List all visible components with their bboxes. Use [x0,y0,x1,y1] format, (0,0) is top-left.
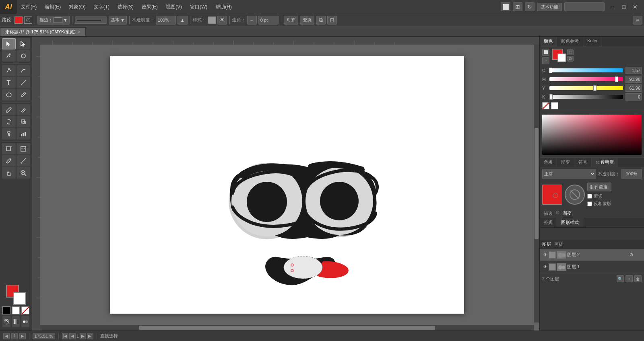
puppet-warp-tool[interactable] [2,128,16,140]
arrange-btn[interactable]: ⊞ [513,2,522,11]
slice-tool[interactable] [17,143,30,154]
corner-shape-btn[interactable]: ⌐ [247,16,257,25]
mask-circle-preview[interactable] [565,185,585,205]
y-value-input[interactable] [625,84,642,92]
none-swatch[interactable] [21,306,29,314]
y-slider-thumb[interactable] [593,85,597,91]
c-slider-thumb[interactable] [549,68,552,73]
layer1-lock[interactable] [636,264,642,270]
menu-effect[interactable]: 效果(E) [138,0,162,14]
color-mode-btn[interactable]: ⬜ [542,49,549,56]
hand-tool[interactable] [2,167,16,179]
prev-artboard-btn[interactable]: ◀ [3,333,10,339]
canvas-scrollbar-v[interactable] [534,45,539,323]
background-swatch[interactable] [13,292,26,305]
next-page-btn[interactable]: ▶| [87,333,93,339]
tab-gradient[interactable]: 渐变 [557,158,574,167]
scale-tool[interactable] [17,116,30,127]
tab-symbols[interactable]: 符号 [574,158,592,167]
minimize-btn[interactable]: ─ [607,1,618,12]
m-slider[interactable] [549,77,623,81]
canvas-scroll-thumb-h[interactable] [139,326,435,330]
m-slider-thumb[interactable] [615,76,618,82]
k-value-input[interactable] [625,93,642,101]
lasso-tool[interactable] [17,50,30,62]
make-mask-btn[interactable]: 制作蒙版 [587,183,611,191]
next-btn[interactable]: ▶ [80,333,86,339]
maximize-btn[interactable]: □ [618,1,630,12]
search-input[interactable] [564,2,605,11]
tab-kuler[interactable]: Kuler [583,37,602,46]
smooth-tool[interactable] [17,65,30,76]
eye-icon[interactable]: 👁 [217,16,227,25]
k-slider-thumb[interactable] [549,94,553,100]
layer-row-1[interactable]: 👁 图层 1 [540,261,644,273]
tab-color-guide[interactable]: 颜色参考 [557,37,583,46]
canvas-area[interactable] [32,37,539,331]
black-swatch[interactable] [2,306,10,314]
opacity-input[interactable] [156,16,176,25]
menu-file[interactable]: 文件(F) [17,0,41,14]
artboard-tool[interactable] [2,143,16,154]
next-artboard-btn[interactable]: ▶ [19,333,26,339]
graph-tool[interactable] [17,128,30,140]
ellipse-tool[interactable] [2,89,16,101]
style-swatch[interactable] [208,16,216,24]
warp-icon[interactable]: ⊡ [327,16,337,25]
subtab-gradient[interactable]: 渐变 [561,210,573,217]
prev-btn[interactable]: ◀ [69,333,76,339]
more-btn[interactable]: ≡ [633,16,642,25]
blend-mode-select[interactable]: 正常 [542,169,596,179]
eraser-tool[interactable] [17,104,30,115]
blend-tool[interactable] [21,316,29,327]
k-slider[interactable] [549,95,623,99]
rotate-tool[interactable] [2,116,16,127]
y-slider[interactable] [549,86,623,90]
search-layers-btn[interactable]: 🔍 [617,275,624,282]
gradient-tool[interactable] [12,316,20,327]
none-fill-btn[interactable]: ∅ [567,56,574,62]
measure-tool[interactable] [17,155,30,166]
m-value-input[interactable] [625,76,642,83]
tab-appearance[interactable]: 外观 [540,218,557,227]
layer2-eye[interactable]: 👁 [542,252,549,258]
brush-tool[interactable] [17,89,30,101]
layer-row-2[interactable]: 👁 图层 2 ⊙ [540,249,644,261]
fill-color-swatch[interactable] [14,16,23,24]
tab-artboards[interactable]: 画板 [554,241,563,247]
menu-select[interactable]: 选择(S) [114,0,138,14]
direct-select-tool[interactable] [17,38,30,49]
opacity-field[interactable] [621,169,642,179]
menu-edit[interactable]: 编辑(E) [41,0,65,14]
stroke-none-swatch[interactable]: ∅ [24,16,32,24]
transform-btn[interactable]: 变换 [300,16,314,25]
new-layer-btn[interactable]: + [625,275,633,282]
line-tool[interactable] [17,77,30,88]
menu-view[interactable]: 视图(V) [162,0,186,14]
canvas-scrollbar-h[interactable] [40,325,534,331]
canvas-scroll-thumb-v[interactable] [535,128,539,239]
appearance-tool[interactable] [2,316,10,327]
color-swap-btn[interactable]: ↔ [542,57,549,64]
opacity-stepper-up[interactable]: ▲ [178,16,188,25]
pencil-tool[interactable] [2,104,16,115]
screen-mode-btn[interactable]: ⬜ [501,2,510,11]
c-slider[interactable] [549,68,623,72]
zoom-display[interactable]: 175.51 % [33,333,56,339]
layer2-lock[interactable] [636,252,642,258]
menu-text[interactable]: 文字(T) [90,0,114,14]
layer1-eye[interactable]: 👁 [542,264,549,270]
tab-color[interactable]: 颜色 [540,37,557,46]
zoom-tool[interactable] [17,167,30,179]
tab-swatches[interactable]: 色板 [540,158,557,167]
menu-help[interactable]: 帮助(H) [211,0,236,14]
color-gradient-picker[interactable] [542,115,642,155]
eyedropper-tool[interactable] [2,155,16,166]
white-swatch-small[interactable] [551,102,558,109]
prev-page-btn[interactable]: |◀ [62,333,68,339]
invert-input[interactable] [587,201,592,206]
tab-close-btn[interactable]: × [78,30,80,34]
subtab-stroke[interactable]: 描边 [542,210,554,217]
stroke-weight-preview[interactable] [75,16,107,24]
text-tool[interactable]: T [2,77,16,88]
